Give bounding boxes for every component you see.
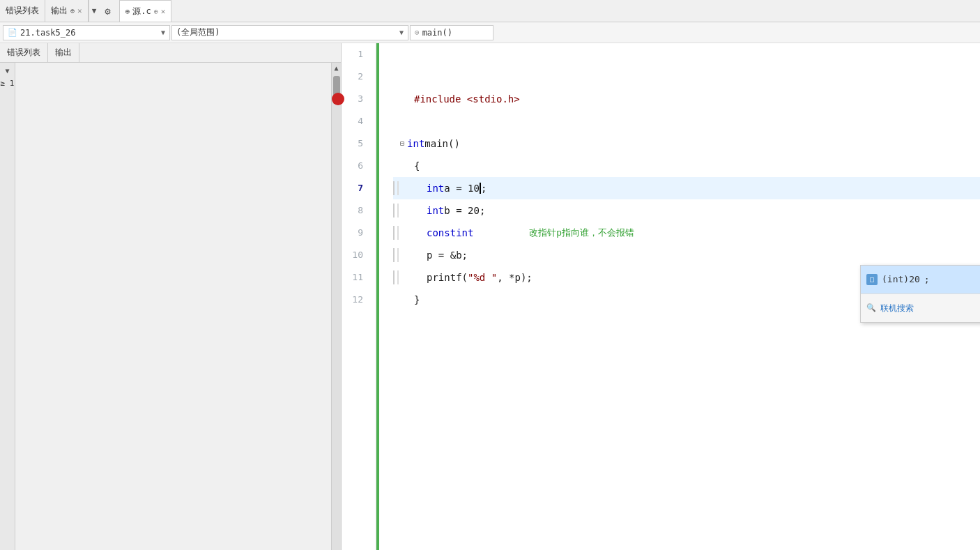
code-line-7: int a = 10 ; <box>393 177 980 199</box>
var-b-assign: b = 20 <box>444 199 480 222</box>
keyword-int-a: int <box>427 177 444 199</box>
breakpoint-indicator <box>332 93 344 105</box>
brace-open: { <box>414 155 420 177</box>
tab-gear-button[interactable]: ⚙ <box>99 6 116 17</box>
left-content: ▼ ≥ 1 ▲ <box>0 63 341 550</box>
code-line-2 <box>393 66 980 88</box>
line-num-11: 11 <box>342 266 369 289</box>
tab-bar-arrow[interactable]: ▼ <box>89 6 100 15</box>
scope-selector-dropdown[interactable]: (全局范围) ▼ <box>171 25 408 40</box>
keyword-int-p: int <box>456 222 473 244</box>
code-line-4 <box>393 110 980 132</box>
line-num-7: 7 <box>342 177 369 199</box>
tab-output[interactable]: 输出 ⊕ ✕ <box>45 0 89 22</box>
guide-4 <box>397 204 399 217</box>
keyword-int-main: int <box>407 132 424 155</box>
printf-call: printf( <box>427 266 468 289</box>
scope-selector-arrow: ▼ <box>399 29 404 36</box>
line-num-2: 2 <box>342 66 369 88</box>
main-area: 错误列表 输出 ▼ ≥ 1 ▲ 1 <box>0 43 980 550</box>
semicolon-b: ; <box>480 199 485 222</box>
file-tab-icon: ⊕ <box>125 7 130 16</box>
file-selector-arrow: ▼ <box>161 29 165 36</box>
file-tab-label: 源.c <box>132 6 151 17</box>
autocomplete-type-icon: □ <box>866 274 878 285</box>
code-line-9: const int □ (int)20 ; 🔍 联机搜索 <box>393 222 980 244</box>
left-tab-errors-label: 错误列表 <box>7 47 40 59</box>
code-area: 1 2 3 4 5 6 7 8 9 10 11 12 <box>342 43 980 550</box>
code-line-6: { <box>393 155 980 177</box>
autocomplete-popup: □ (int)20 ; 🔍 联机搜索 <box>860 265 980 323</box>
guide-9 <box>393 270 395 284</box>
var-a-assign: a = 10 <box>444 177 480 199</box>
printf-format: "%d " <box>468 266 497 289</box>
printf-args: , *p); <box>497 266 533 289</box>
code-line-10: p = &b; <box>393 244 980 266</box>
left-tab-output-label: 输出 <box>55 47 72 59</box>
file-tab-close-icon[interactable]: ✕ <box>161 7 166 16</box>
brace-close: } <box>414 289 420 311</box>
preprocessor-include: #include <stdio.h> <box>414 88 520 110</box>
line-numbers: 1 2 3 4 5 6 7 8 9 10 11 12 <box>342 43 376 550</box>
file-tab-pin-icon: ⊕ <box>154 8 158 15</box>
file-icon: 📄 <box>8 28 17 37</box>
sidebar-dropdown-btn[interactable]: ▼ <box>3 66 10 76</box>
tab-error-list-label: 错误列表 <box>6 5 39 17</box>
guide-2 <box>397 181 399 195</box>
function-selector-dropdown[interactable]: ⊙ main() <box>410 25 493 40</box>
tab-output-close-icon[interactable]: ✕ <box>77 6 82 15</box>
file-selector-dropdown[interactable]: 📄 21.task5_26 ▼ <box>3 25 170 40</box>
scroll-up-arrow[interactable]: ▲ <box>332 63 339 73</box>
search-icon: 🔍 <box>866 297 876 319</box>
keyword-const: const <box>427 222 456 244</box>
tab-source-file[interactable]: ⊕ 源.c ⊕ ✕ <box>120 1 171 22</box>
line-num-4: 4 <box>342 110 369 132</box>
function-selector-value: main() <box>422 28 452 38</box>
func-name-main: main() <box>424 132 460 155</box>
guide-8 <box>397 248 399 262</box>
code-line-8: int b = 20 ; <box>393 199 980 222</box>
line-num-10: 10 <box>342 244 369 266</box>
keyword-int-b: int <box>427 199 444 222</box>
guide-5 <box>393 226 395 240</box>
autocomplete-item-text: (int)20 <box>882 268 920 291</box>
file-selector-value: 21.task5_26 <box>20 28 158 38</box>
tab-output-pin-icon: ⊕ <box>70 7 75 15</box>
autocomplete-item-int20[interactable]: □ (int)20 ; <box>861 266 980 293</box>
line-num-3: 3 <box>342 88 369 110</box>
line-num-1: 1 <box>342 43 369 66</box>
line-num-9: 9 <box>342 222 369 244</box>
left-scrollbar[interactable]: ▲ <box>331 63 341 550</box>
code-content[interactable]: #include <stdio.h> ⊟ int main() { <box>379 43 980 550</box>
tab-error-list[interactable]: 错误列表 <box>0 0 45 22</box>
right-panel: 1 2 3 4 5 6 7 8 9 10 11 12 <box>342 43 980 550</box>
guide-1 <box>393 181 395 195</box>
sidebar-error-count: ≥ 1 <box>1 79 15 88</box>
left-main-content <box>15 63 331 550</box>
guide-10 <box>397 270 399 284</box>
code-line-5: ⊟ int main() <box>393 132 980 155</box>
var-p-assign: p = &b; <box>427 244 468 266</box>
tab-bar: 错误列表 输出 ⊕ ✕ ▼ ⚙ ⊕ 源.c ⊕ ✕ <box>0 0 980 22</box>
guide-7 <box>393 248 395 262</box>
left-tab-output[interactable]: 输出 <box>48 43 79 62</box>
guide-6 <box>397 226 399 240</box>
scope-selector-value: (全局范围) <box>176 26 397 38</box>
fold-icon-main[interactable]: ⊟ <box>400 132 404 155</box>
autocomplete-search-label: 联机搜索 <box>880 297 914 319</box>
left-tab-errors[interactable]: 错误列表 <box>0 43 48 62</box>
function-icon: ⊙ <box>415 28 420 37</box>
code-line-1 <box>393 43 980 66</box>
line-num-6: 6 <box>342 155 369 177</box>
line-num-12: 12 <box>342 289 369 311</box>
code-line-3: #include <stdio.h> <box>393 88 980 110</box>
autocomplete-search-btn[interactable]: 🔍 联机搜索 <box>861 293 980 322</box>
left-sidebar: ▼ ≥ 1 <box>0 63 15 550</box>
autocomplete-semicolon: ; <box>924 268 930 291</box>
guide-3 <box>393 204 395 217</box>
semicolon-a: ; <box>481 177 487 199</box>
tab-output-label: 输出 <box>51 5 68 17</box>
left-tabs: 错误列表 输出 <box>0 43 341 63</box>
line-num-5: 5 <box>342 132 369 155</box>
red-dot <box>332 93 344 105</box>
